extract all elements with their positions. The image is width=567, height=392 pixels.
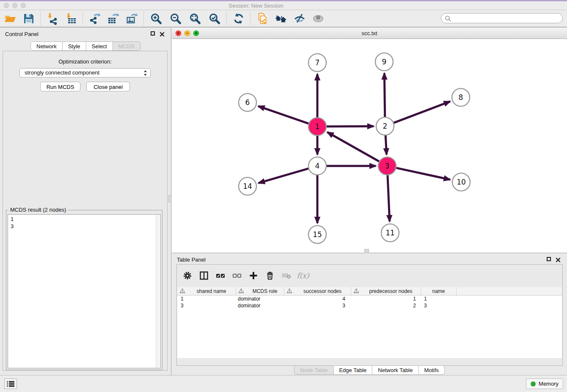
graph-node-6[interactable]: 6 (239, 94, 256, 111)
close-table-panel-icon[interactable] (556, 257, 561, 264)
network-canvas[interactable]: 7968124314101511 (172, 39, 567, 253)
zoom-fit-icon[interactable] (185, 11, 205, 26)
close-panel-icon[interactable] (160, 31, 165, 39)
dropdown-arrows-icon (143, 70, 147, 79)
hide-selected-icon[interactable] (290, 11, 309, 26)
gear-icon[interactable] (182, 271, 193, 281)
graph-node-label: 2 (383, 122, 388, 130)
graph-edge-2-8[interactable] (394, 102, 450, 123)
table-panel: Table Panel (172, 253, 567, 375)
float-table-panel-icon[interactable] (547, 257, 551, 261)
search-input[interactable] (452, 14, 560, 23)
network-view-window: scc.txt 7968124314101511 (172, 27, 567, 253)
graph-node-label: 3 (385, 162, 390, 170)
add-column-icon[interactable] (248, 271, 259, 281)
tab-network-table[interactable]: Network Table (372, 365, 418, 375)
float-panel-icon[interactable] (151, 31, 155, 36)
control-panel-tabs: Network Style Select MCDS (30, 41, 140, 51)
memory-label: Memory (539, 381, 559, 387)
graph-node-4[interactable]: 4 (308, 157, 326, 175)
unselect-all-icon[interactable] (232, 271, 242, 281)
zoom-selected-icon[interactable] (205, 11, 224, 26)
graph-node-9[interactable]: 9 (375, 53, 393, 71)
memory-button[interactable]: Memory (526, 378, 563, 389)
toolbar-separator (83, 12, 83, 25)
graph-node-label: 10 (457, 178, 466, 186)
graph-edge-1-6[interactable] (259, 106, 309, 124)
table-panel-title: Table Panel (177, 257, 206, 263)
tab-edge-table[interactable]: Edge Table (333, 365, 372, 375)
graph-node-label: 7 (315, 58, 320, 67)
network-window-title: scc.txt (172, 30, 567, 36)
graph-node-label: 15 (313, 230, 322, 239)
column-header-predecessor-nodes[interactable]: predecessor nodes (351, 287, 421, 295)
table-row[interactable]: 3 dominator 3 2 3 (177, 302, 562, 309)
mcds-result-textarea[interactable]: 1 3 (8, 214, 161, 368)
export-image-icon[interactable] (123, 11, 141, 26)
export-network-icon[interactable] (85, 11, 104, 26)
graph-node-1[interactable]: 1 (308, 118, 326, 135)
clone-network-icon[interactable] (253, 11, 272, 26)
columns-icon[interactable] (199, 271, 209, 281)
graph-node-label: 4 (315, 162, 320, 170)
node-table: shared name MCDS role successor nodes pr… (177, 287, 562, 358)
horizontal-splitter-handle[interactable] (364, 249, 369, 252)
task-history-button[interactable] (4, 378, 17, 389)
graph-node-8[interactable]: 8 (452, 88, 470, 106)
graph-edge-1-2[interactable] (327, 126, 374, 127)
search-field[interactable] (441, 13, 563, 23)
import-table-icon[interactable] (62, 11, 80, 26)
graph-node-2[interactable]: 2 (376, 117, 394, 135)
graph-edge-2-3[interactable] (385, 135, 386, 155)
result-scrollbar[interactable] (156, 215, 160, 367)
table-toolbar: f(x) (177, 265, 562, 287)
criterion-dropdown[interactable]: strongly connected component (19, 68, 151, 77)
tab-select[interactable]: Select (86, 41, 113, 51)
import-network-icon[interactable] (43, 11, 62, 26)
function-icon[interactable]: f(x) (298, 271, 308, 281)
graph-edge-4-14[interactable] (259, 168, 308, 183)
column-header-mcds-role[interactable]: MCDS role (236, 287, 284, 295)
zoom-out-icon[interactable] (166, 11, 185, 26)
graph-node-15[interactable]: 15 (308, 226, 326, 243)
show-all-icon[interactable] (309, 11, 328, 26)
delete-table-icon[interactable] (281, 271, 292, 281)
tab-node-table[interactable]: Node Table (294, 365, 334, 375)
refresh-icon[interactable] (229, 11, 248, 26)
graph-node-10[interactable]: 10 (452, 173, 470, 191)
zoom-in-icon[interactable] (146, 11, 166, 26)
optimization-criterion-label: Optimization criterion: (3, 58, 167, 65)
network-window-titlebar[interactable]: scc.txt (172, 28, 567, 39)
toolbar-separator (143, 12, 144, 25)
table-tabs: Node Table Edge Table Network Table Moti… (294, 365, 445, 375)
vertical-splitter-handle[interactable] (168, 195, 172, 202)
main-toolbar (0, 10, 567, 27)
graph-edge-3-10[interactable] (396, 168, 450, 180)
run-mcds-button[interactable]: Run MCDS (40, 82, 80, 91)
export-table-icon[interactable] (104, 11, 123, 26)
graph-edge-3-1[interactable] (328, 132, 379, 161)
save-session-icon[interactable] (19, 11, 38, 26)
select-all-icon[interactable] (215, 271, 226, 281)
first-neighbors-icon[interactable] (272, 11, 290, 26)
graph-node-3[interactable]: 3 (378, 157, 396, 175)
column-header-name[interactable]: name (421, 287, 457, 295)
tab-network[interactable]: Network (30, 41, 63, 51)
close-panel-button[interactable]: Close panel (86, 82, 130, 91)
graph-node-7[interactable]: 7 (308, 54, 326, 72)
graph-edge-2-9[interactable] (384, 73, 385, 117)
table-header-row: shared name MCDS role successor nodes pr… (177, 287, 562, 295)
tab-mcds[interactable]: MCDS (113, 41, 140, 51)
graph-node-11[interactable]: 11 (381, 224, 399, 242)
graph-edge-3-11[interactable] (388, 175, 390, 221)
graph-node-label: 11 (385, 229, 395, 237)
tab-motifs[interactable]: Motifs (418, 365, 445, 375)
delete-column-icon[interactable] (265, 271, 275, 281)
table-row[interactable]: 1 dominator 4 1 1 (177, 295, 562, 302)
search-icon (445, 15, 451, 22)
open-file-icon[interactable] (1, 11, 19, 26)
tab-style[interactable]: Style (63, 41, 86, 51)
column-header-shared-name[interactable]: shared name (177, 287, 236, 295)
column-header-successor-nodes[interactable]: successor nodes (284, 287, 351, 295)
graph-node-14[interactable]: 14 (239, 177, 256, 195)
